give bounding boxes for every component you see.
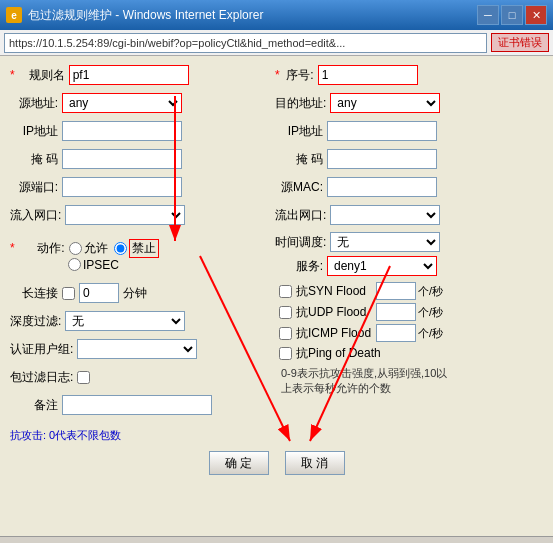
ip-label-left: IP地址 xyxy=(10,123,62,140)
auth-group-label: 认证用户组: xyxy=(10,341,77,358)
syn-flood-row: 抗SYN Flood 个/秒 xyxy=(279,282,543,300)
auth-group-select[interactable] xyxy=(77,339,197,359)
seq-label: 序号: xyxy=(282,67,318,84)
filter-log-label: 包过滤日志: xyxy=(10,369,77,386)
src-mac-input[interactable] xyxy=(327,177,437,197)
ping-death-label: 抗Ping of Death xyxy=(296,345,381,362)
rule-name-row: * 规则名 * 序号: xyxy=(10,64,543,86)
mask-input-left[interactable] xyxy=(62,149,182,169)
required-mark2: * xyxy=(275,68,280,82)
dst-addr-select[interactable]: any xyxy=(330,93,440,113)
cancel-button[interactable]: 取 消 xyxy=(285,451,345,475)
port-mac-row: 源端口: 源MAC: xyxy=(10,176,543,198)
ip-label-right: IP地址 xyxy=(275,123,327,140)
action-ipsec-option[interactable]: IPSEC xyxy=(68,258,119,272)
maximize-button[interactable]: □ xyxy=(501,5,523,25)
long-conn-row: 长连接 分钟 xyxy=(10,282,275,304)
action-deny-option[interactable]: 禁止 xyxy=(114,239,159,258)
in-if-label: 流入网口: xyxy=(10,207,65,224)
udp-unit: 个/秒 xyxy=(418,305,443,320)
left-misc: 长连接 分钟 深度过滤: 无 认证用户组: xyxy=(10,282,275,422)
syn-flood-checkbox[interactable] xyxy=(279,285,292,298)
action-deny-label: 禁止 xyxy=(129,239,159,258)
deep-filter-row: 深度过滤: 无 xyxy=(10,310,275,332)
src-addr-label: 源地址: xyxy=(10,95,62,112)
time-schedule-label: 时间调度: xyxy=(275,234,330,251)
action-allow-radio[interactable] xyxy=(69,242,82,255)
form-container: * 规则名 * 序号: 源地址: any xyxy=(10,64,543,475)
udp-flood-row: 抗UDP Flood 个/秒 xyxy=(279,303,543,321)
dst-addr-label: 目的地址: xyxy=(275,95,330,112)
mask-input-right[interactable] xyxy=(327,149,437,169)
icmp-flood-input[interactable] xyxy=(376,324,416,342)
out-if-select[interactable] xyxy=(330,205,440,225)
src-addr-select[interactable]: any xyxy=(62,93,182,113)
window-controls[interactable]: ─ □ ✕ xyxy=(477,5,547,25)
syn-flood-label: 抗SYN Flood xyxy=(296,283,376,300)
minimize-button[interactable]: ─ xyxy=(477,5,499,25)
udp-flood-checkbox[interactable] xyxy=(279,306,292,319)
address-bar: 证书错误 xyxy=(0,30,553,56)
close-button[interactable]: ✕ xyxy=(525,5,547,25)
mask-label-left: 掩 码 xyxy=(10,151,62,168)
auth-group-row: 认证用户组: xyxy=(10,338,275,360)
action-allow-option[interactable]: 允许 xyxy=(69,240,108,257)
icmp-flood-label: 抗ICMP Flood xyxy=(296,325,376,342)
action-schedule-row: * 动作: 允许 禁止 xyxy=(10,232,543,276)
deep-filter-select[interactable]: 无 xyxy=(65,311,185,331)
rule-name-input[interactable] xyxy=(69,65,189,85)
ping-death-checkbox[interactable] xyxy=(279,347,292,360)
ip-input-left[interactable] xyxy=(62,121,182,141)
confirm-button[interactable]: 确 定 xyxy=(209,451,269,475)
mask-row: 掩 码 掩 码 xyxy=(10,148,543,170)
ip-input-right[interactable] xyxy=(327,121,437,141)
remark-label: 备注 xyxy=(10,397,62,414)
src-mac-label: 源MAC: xyxy=(275,179,327,196)
src-dst-row: 源地址: any 目的地址: any xyxy=(10,92,543,114)
misc-row: 长连接 分钟 深度过滤: 无 认证用户组: xyxy=(10,282,543,422)
service-select[interactable]: deny1 xyxy=(327,256,437,276)
if-row: 流入网口: 流出网口: xyxy=(10,204,543,226)
status-bar: 完成 🌐 Internet | 保护模式: 禁用 🔍 ● 100% xyxy=(0,536,553,543)
icmp-flood-checkbox[interactable] xyxy=(279,327,292,340)
remark-input[interactable] xyxy=(62,395,212,415)
syn-unit: 个/秒 xyxy=(418,284,443,299)
src-port-input[interactable] xyxy=(62,177,182,197)
rule-name-label: 规则名 xyxy=(17,67,69,84)
attack-info-text: 0-9表示抗攻击强度,从弱到强,10以上表示每秒允许的个数 xyxy=(281,366,451,397)
udp-flood-label: 抗UDP Flood xyxy=(296,304,376,321)
icmp-unit: 个/秒 xyxy=(418,326,443,341)
out-if-label: 流出网口: xyxy=(275,207,330,224)
in-if-select[interactable] xyxy=(65,205,185,225)
filter-log-row: 包过滤日志: xyxy=(10,366,275,388)
window-title: 包过滤规则维护 - Windows Internet Explorer xyxy=(28,7,477,24)
action-ipsec-radio[interactable] xyxy=(68,258,81,271)
src-port-label: 源端口: xyxy=(10,179,62,196)
long-conn-checkbox[interactable] xyxy=(62,287,75,300)
filter-log-checkbox[interactable] xyxy=(77,371,90,384)
action-radio-group: 允许 禁止 xyxy=(69,239,159,258)
action-allow-label: 允许 xyxy=(84,240,108,257)
action-deny-radio[interactable] xyxy=(114,242,127,255)
url-input[interactable] xyxy=(4,33,487,53)
time-schedule-select[interactable]: 无 xyxy=(330,232,440,252)
syn-flood-input[interactable] xyxy=(376,282,416,300)
browser-icon: e xyxy=(6,7,22,23)
main-content: * 规则名 * 序号: 源地址: any xyxy=(0,56,553,536)
note-text: 抗攻击: 0代表不限包数 xyxy=(10,428,543,443)
title-bar: e 包过滤规则维护 - Windows Internet Explorer ─ … xyxy=(0,0,553,30)
long-conn-label: 长连接 xyxy=(10,285,62,302)
cert-error-badge[interactable]: 证书错误 xyxy=(491,33,549,52)
ip-row: IP地址 IP地址 xyxy=(10,120,543,142)
deep-filter-label: 深度过滤: xyxy=(10,313,65,330)
long-conn-input[interactable] xyxy=(79,283,119,303)
button-row: 确 定 取 消 xyxy=(10,451,543,475)
udp-flood-input[interactable] xyxy=(376,303,416,321)
remark-row: 备注 xyxy=(10,394,275,416)
minutes-label: 分钟 xyxy=(123,285,147,302)
seq-input[interactable] xyxy=(318,65,418,85)
mask-label-right: 掩 码 xyxy=(275,151,327,168)
attack-section: 抗SYN Flood 个/秒 抗UDP Flood 个/秒 抗ICMP Floo… xyxy=(275,282,543,397)
required-mark3: * xyxy=(10,241,15,255)
ping-death-row: 抗Ping of Death xyxy=(279,345,543,362)
